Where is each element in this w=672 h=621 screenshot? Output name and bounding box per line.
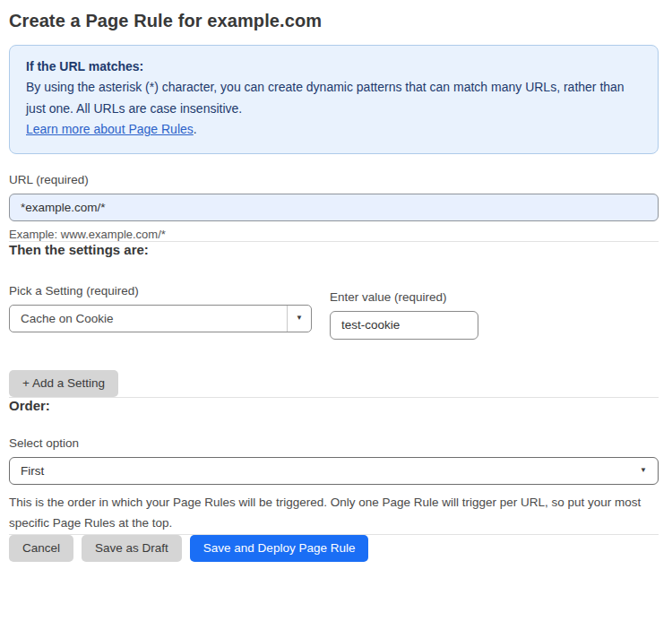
setting-select-arrow-button[interactable]: ▼ <box>288 306 311 332</box>
url-match-info-box: If the URL matches: By using the asteris… <box>9 45 659 154</box>
order-select[interactable]: First ▼ <box>9 457 659 485</box>
setting-select-column: Pick a Setting (required) Cache on Cooki… <box>9 284 312 332</box>
learn-more-link[interactable]: Learn more about Page Rules <box>26 122 194 136</box>
order-select-value: First <box>21 464 44 478</box>
url-field-label: URL (required) <box>9 173 659 186</box>
order-section-heading: Order: <box>9 398 659 413</box>
order-select-label: Select option <box>9 436 659 450</box>
info-box-body: By using the asterisk (*) character, you… <box>26 77 642 119</box>
cancel-button[interactable]: Cancel <box>9 535 73 562</box>
setting-select-label: Pick a Setting (required) <box>9 284 312 298</box>
save-and-deploy-button[interactable]: Save and Deploy Page Rule <box>190 535 369 562</box>
setting-value-input[interactable] <box>330 311 478 340</box>
setting-value-column: Enter value (required) <box>330 290 478 340</box>
settings-section-heading: Then the settings are: <box>9 242 659 257</box>
add-setting-button[interactable]: + Add a Setting <box>9 370 118 397</box>
chevron-down-icon: ▼ <box>640 467 647 474</box>
setting-select[interactable]: Cache on Cookie ▼ <box>9 305 312 332</box>
page-title: Create a Page Rule for example.com <box>9 11 659 31</box>
setting-select-value: Cache on Cookie <box>10 306 288 332</box>
url-example-helper: Example: www.example.com/* <box>9 228 659 241</box>
info-box-heading: If the URL matches: <box>26 56 642 77</box>
url-input[interactable] <box>9 194 659 221</box>
settings-row: Pick a Setting (required) Cache on Cooki… <box>9 284 659 340</box>
order-helper-text: This is the order in which your Page Rul… <box>9 492 659 534</box>
save-as-draft-button[interactable]: Save as Draft <box>82 535 182 562</box>
info-box-link-line: Learn more about Page Rules. <box>26 119 642 140</box>
chevron-down-icon: ▼ <box>296 315 303 322</box>
page-rule-form: Create a Page Rule for example.com If th… <box>0 0 672 562</box>
footer-button-row: Cancel Save as Draft Save and Deploy Pag… <box>9 535 659 562</box>
link-suffix: . <box>194 122 197 136</box>
value-field-label: Enter value (required) <box>330 290 478 304</box>
